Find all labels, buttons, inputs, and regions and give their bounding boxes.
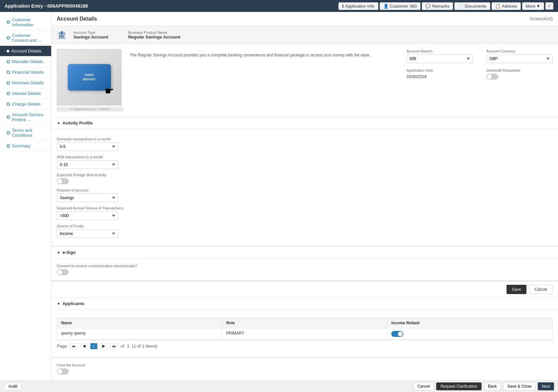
chevron-down-icon: ▼ — [57, 302, 60, 306]
resize-button[interactable]: ⤢ — [545, 2, 553, 10]
pagination: Page ⏮ ◀ 1 ▶ ⏭ of 1 (1 of 1 Items) — [57, 340, 553, 352]
of-label: of — [121, 344, 125, 349]
domestic-transactions-group: Domestic transactions in a month 0-5 — [57, 137, 553, 151]
documents-button[interactable]: 📄 Documents — [454, 2, 490, 10]
right-fields: Account Currency GBP Overdraft Requested — [486, 49, 553, 112]
account-type-label: Account Type — [73, 31, 108, 35]
account-currency-select[interactable]: GBP — [486, 54, 553, 63]
page-title: Account Details — [57, 16, 97, 22]
save-close-button[interactable]: Save & Close — [503, 382, 536, 390]
account-branch-select[interactable]: 006 — [407, 54, 473, 63]
table-header: Name Role Income Reliant — [57, 318, 552, 328]
account-type-group: Account Type Savings Account — [73, 31, 108, 39]
footer: Audit Cancel Request Clarification Back … — [0, 380, 558, 392]
first-page-button[interactable]: ⏮ — [69, 343, 78, 349]
domestic-select[interactable]: 0-5 — [57, 142, 118, 151]
sidebar-item-interest-details[interactable]: Interest Details — [0, 88, 51, 99]
activity-grid: Domestic transactions in a month 0-5 ATM… — [57, 134, 553, 241]
header: Application Entry - 006APP000048188 ℹ Ap… — [0, 0, 558, 12]
customer-icon: 👤 — [383, 4, 389, 9]
next-page-button[interactable]: ▶ — [100, 343, 107, 349]
sidebar-item-financial-details[interactable]: Financial Details — [0, 67, 51, 78]
sidebar-item-customer-info[interactable]: Customer Information — [0, 15, 51, 30]
annual-volume-label: Expected Annual Volume of Transactions — [57, 206, 553, 210]
source-funds-label: Source of Funds — [57, 224, 553, 228]
fund-account-toggle[interactable] — [57, 368, 69, 374]
info-button[interactable]: ℹ Application Info — [338, 2, 378, 10]
income-reliant-slider — [391, 331, 403, 337]
business-product-label: Business Product Name — [128, 31, 180, 35]
consent-group: Consent to receive communication electro… — [57, 264, 553, 275]
prev-page-button[interactable]: ◀ — [80, 343, 88, 349]
col-income-reliant: Income Reliant — [387, 318, 552, 328]
chevron-down-icon: ▼ — [536, 4, 540, 9]
applicants-header[interactable]: ▼ Applicants — [51, 298, 558, 310]
purpose-select[interactable]: Savings — [57, 194, 118, 202]
col-role: Role — [222, 318, 387, 328]
atm-select[interactable]: 0-10 — [57, 160, 118, 169]
back-button[interactable]: Back — [484, 382, 501, 390]
step-dot — [7, 50, 9, 52]
annual-volume-select[interactable]: >500 — [57, 211, 118, 220]
source-funds-group: Source of Funds Income — [57, 224, 553, 238]
left-fields: Account Branch 006 Application Date 03/3… — [407, 49, 473, 112]
sidebar-item-terms-conditions[interactable]: Terms and Conditions — [0, 125, 51, 141]
remarks-button[interactable]: 💬 Remarks — [422, 2, 453, 10]
applicant-income-reliant — [387, 328, 552, 340]
fund-account-slider — [57, 368, 69, 374]
income-reliant-toggle[interactable] — [391, 331, 403, 337]
chevron-down-icon: ▼ — [57, 121, 60, 125]
source-funds-select[interactable]: Income — [57, 229, 118, 238]
cancel-button[interactable]: Cancel — [413, 382, 434, 390]
sidebar-item-summary[interactable]: Summary — [0, 141, 51, 151]
request-clarification-button[interactable]: Request Clarification — [436, 382, 482, 390]
applicants-container: ▼ Applicants Name Role Income Reliant qw… — [51, 298, 558, 358]
step-indicator — [7, 21, 10, 24]
more-button[interactable]: More ▼ — [522, 2, 544, 10]
sidebar-item-account-details[interactable]: Account Details — [0, 46, 51, 56]
step-dot — [7, 92, 10, 95]
col-name: Name — [57, 318, 222, 328]
product-fields: Account Branch 006 Application Date 03/3… — [407, 49, 553, 112]
current-page-button[interactable]: 1 — [90, 343, 97, 349]
applicants-title: Applicants — [62, 301, 84, 306]
foreign-wire-toggle[interactable] — [57, 178, 69, 184]
overdraft-toggle[interactable] — [486, 74, 498, 80]
applicants-table: Name Role Income Reliant qwerty qwerty P… — [57, 318, 553, 340]
consent-toggle[interactable] — [57, 269, 69, 275]
step-dot — [7, 60, 10, 63]
step-dot — [7, 81, 10, 85]
fund-account-group: Fund the Account — [57, 363, 553, 374]
purpose-label: Purpose of account — [57, 188, 553, 192]
account-branch-group: Account Branch 006 — [407, 49, 473, 63]
footer-right: Cancel Request Clarification Back Save &… — [413, 382, 554, 390]
header-buttons: ℹ Application Info 👤 Customer 360 💬 Rema… — [338, 2, 553, 10]
step-dot — [7, 116, 10, 119]
esign-header[interactable]: ▼ e-Sign — [51, 247, 558, 259]
sidebar-item-account-service[interactable]: Account Service Prefere ... — [0, 110, 51, 125]
customer360-button[interactable]: 👤 Customer 360 — [380, 2, 421, 10]
advices-button[interactable]: 📋 Advices — [492, 2, 521, 10]
application-date-value: 03/30/2018 — [407, 74, 473, 79]
product-image: FIXEDDEPOSIT ☛ — [57, 49, 122, 106]
sidebar-item-charge-details[interactable]: Charge Details — [0, 99, 51, 110]
advices-icon: 📋 — [495, 4, 501, 9]
main-container: Customer Information Customer Consent an… — [0, 12, 558, 380]
last-page-button[interactable]: ⏭ — [110, 343, 118, 349]
savings-icon: 🏦 — [57, 30, 67, 39]
account-type-value: Savings Account — [73, 35, 108, 39]
save-bar: Save Cancel — [51, 281, 558, 298]
sidebar-item-mandate-details[interactable]: Mandate Details — [0, 56, 51, 67]
cancel-small-button[interactable]: Cancel — [529, 285, 553, 294]
atm-label: ATM transactions in a month — [57, 155, 553, 159]
sidebar-item-nominee-details[interactable]: Nominee Details — [0, 78, 51, 88]
annual-volume-group: Expected Annual Volume of Transactions >… — [57, 206, 553, 220]
content-area: Account Details Screen(4/10) 🏦 Account T… — [51, 12, 558, 380]
sidebar: Customer Information Customer Consent an… — [0, 12, 51, 380]
step-dot — [7, 131, 10, 134]
activity-profile-header[interactable]: ▼ Activity Profile — [51, 117, 558, 129]
sidebar-item-customer-consent[interactable]: Customer Consent and ... — [0, 30, 51, 46]
next-button[interactable]: Next — [538, 382, 554, 390]
audit-button[interactable]: Audit — [4, 382, 22, 390]
save-button[interactable]: Save — [507, 285, 526, 294]
